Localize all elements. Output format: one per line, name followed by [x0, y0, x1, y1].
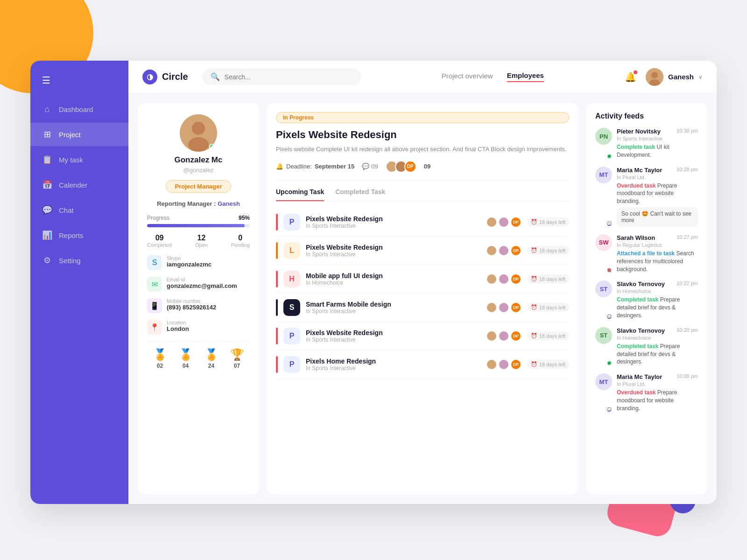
activity-body: Sarah Wilson 10:27 pm In Regular Logisti… [617, 234, 698, 273]
task-name: Pixels Home Redesign [306, 357, 480, 365]
email-icon: ✉ [147, 277, 162, 292]
activity-time: 10:20 pm [677, 327, 698, 333]
user-avatar [646, 68, 663, 86]
activity-text: Completed task Prepare detailed brief fo… [617, 343, 698, 366]
online-indicator [209, 144, 215, 149]
activity-item: MT 💬 Maria Mc Taylor 10:08 pm In Plural … [595, 373, 698, 412]
assignee-avatar [486, 217, 497, 228]
tab-completed[interactable]: Completed Task [335, 188, 385, 201]
task-company: In Sports Interactive [306, 336, 480, 343]
header-nav: Project overview Employees [370, 71, 615, 82]
sidebar-item-calender[interactable]: 📅 Calender [30, 173, 128, 196]
task-company: In Sports Interactive [306, 365, 480, 371]
assignee-avatar [498, 273, 509, 285]
employee-name: Gonzalez Mc [147, 155, 250, 165]
activity-header: Pieter Novitsky 10:30 pm [617, 128, 698, 135]
activity-avatar: MT [595, 373, 612, 390]
activity-body: Slavko Ternovoy 10:20 pm In Homechoice C… [617, 327, 698, 366]
assignee-avatar [498, 302, 509, 313]
status-dot-msg: 💬 [606, 221, 612, 227]
svg-point-5 [188, 137, 209, 152]
reporting-manager: Reporting Manager : Ganesh [147, 200, 250, 207]
task-assignees: DP [486, 330, 521, 342]
action-type: Complete task [617, 144, 655, 150]
task-name: Smart Farms Mobile design [306, 301, 480, 308]
comment-bubble: So cool 🤩 Can't wait to see more [617, 207, 698, 227]
task-company: In Homechoice [306, 280, 480, 286]
project-icon: ⊞ [42, 129, 52, 140]
assignee-avatar [486, 359, 497, 370]
task-time: ⏰ 18 days left [527, 246, 569, 255]
notification-dot [634, 70, 637, 74]
user-area[interactable]: Ganesh ∨ [646, 68, 703, 86]
svg-point-1 [651, 72, 658, 78]
status-dot-complete: ✓ [606, 360, 612, 366]
notification-button[interactable]: 🔔 [625, 71, 636, 83]
deadline-date: September 15 [315, 163, 354, 170]
search-icon: 🔍 [211, 72, 220, 81]
award-4: 🏆 07 [230, 348, 244, 369]
assignee-avatar [498, 217, 509, 228]
activity-text: Overdued task Prepare moodboard for webs… [617, 389, 698, 412]
stat-completed: 09 Completed [147, 234, 172, 248]
skype-label: Skype [167, 255, 211, 261]
tab-upcoming[interactable]: Upcoming Task [276, 188, 324, 201]
sidebar-item-chat[interactable]: 💬 Chat [30, 198, 128, 222]
sidebar-item-project[interactable]: ⊞ Project [30, 123, 128, 146]
task-time: ⏰ 18 days left [527, 274, 569, 283]
nav-employees[interactable]: Employees [507, 71, 544, 82]
stat-pending: 0 Pending [231, 234, 250, 248]
contact-mobile: 📱 Mobile number (893) 8525926142 [147, 298, 250, 313]
activity-header: Sarah Wilson 10:27 pm [617, 234, 698, 241]
header: ◑ Circle 🔍 Project overview Employees 🔔 [128, 61, 717, 93]
activity-item: ST ✓ Slavko Ternovoy 10:20 pm In Homecho… [595, 327, 698, 366]
sidebar-item-dashboard[interactable]: ⌂ Dashboard [30, 98, 128, 121]
task-assignees: DP [486, 359, 521, 370]
project-title: Pixels Website Redesign [276, 129, 569, 141]
sidebar-item-setting[interactable]: ⚙ Setting [30, 249, 128, 272]
clock-icon: ⏰ [531, 333, 537, 339]
status-dot-msg: 💬 [606, 407, 612, 413]
task-row: P Pixels Home Redesign In Sports Interac… [276, 350, 569, 379]
task-color-bar [276, 271, 278, 287]
tasks-panel: In Progress Pixels Website Redesign Pixe… [267, 103, 578, 495]
sidebar-item-reports[interactable]: 📊 Reports [30, 224, 128, 247]
menu-toggle[interactable]: ☰ [30, 75, 128, 98]
task-name: Pixels Website Redesign [306, 244, 480, 251]
assignee-avatar: DP [510, 302, 521, 313]
task-row: P Pixels Website Redesign In Sports Inte… [276, 322, 569, 350]
activity-company: In Homechoice [617, 288, 698, 294]
task-project-icon: S [283, 299, 300, 316]
task-color-bar [276, 214, 278, 231]
activity-avatar-wrap: ST 💬 [595, 280, 612, 319]
nav-project-overview[interactable]: Project overview [442, 72, 493, 82]
task-time: ⏰ 18 days left [527, 331, 569, 340]
task-assignees: DP [486, 273, 521, 285]
location-icon: 📍 [147, 320, 162, 335]
message-count: 💬 09 [362, 163, 378, 170]
task-time: ⏰ 18 days left [527, 360, 569, 369]
activity-avatar-wrap: MT 💬 [595, 167, 612, 227]
sidebar-item-mytask[interactable]: 📋 My task [30, 148, 128, 171]
activity-avatar: ST [595, 280, 612, 297]
search-input[interactable] [225, 73, 352, 81]
chat-icon-small: 💬 [362, 163, 369, 170]
employee-avatar [180, 114, 217, 152]
search-box[interactable]: 🔍 [202, 69, 361, 85]
member-count: 09 [424, 163, 430, 170]
sidebar-nav: ⌂ Dashboard ⊞ Project 📋 My task 📅 Calend… [30, 98, 128, 495]
activity-title: Activity feeds [595, 112, 698, 120]
activity-avatar: ST [595, 327, 612, 344]
activity-item: PN ✓ Pieter Novitsky 10:30 pm In Sports … [595, 128, 698, 159]
task-row: S Smart Farms Mobile design In Sports In… [276, 294, 569, 322]
assignee-avatar: DP [510, 217, 521, 228]
sidebar-label-chat: Chat [59, 206, 74, 214]
activity-avatar: MT [595, 167, 612, 183]
reports-icon: 📊 [42, 230, 52, 240]
chevron-down-icon: ∨ [698, 74, 703, 80]
content-area: Gonzalez Mc @gonzalez Project Manager Re… [128, 93, 717, 504]
deadline-label: Deadline: [286, 163, 312, 170]
task-name: Mobile app full UI design [306, 272, 480, 280]
action-type: Attached a file to task [617, 250, 675, 257]
setting-icon: ⚙ [42, 255, 52, 266]
